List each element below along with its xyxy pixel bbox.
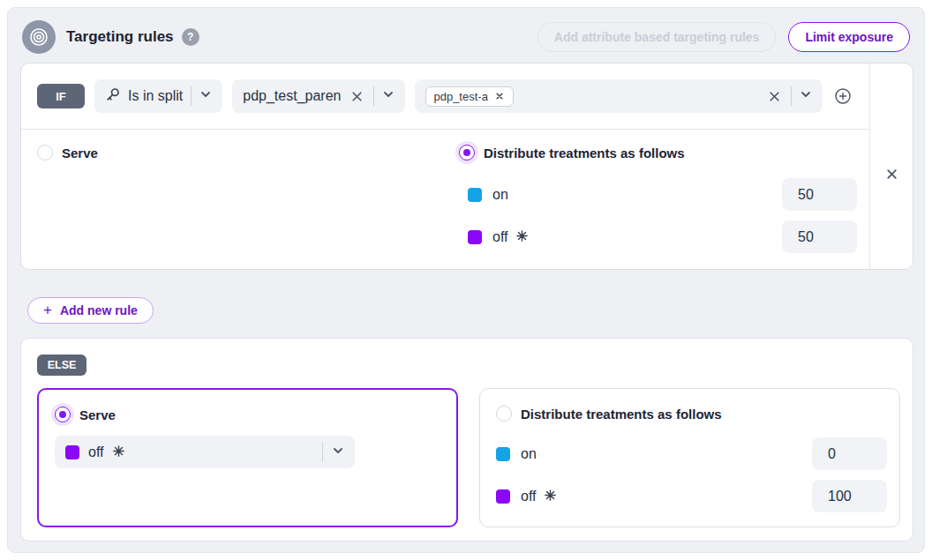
else-rule-card: ELSE Serve off	[20, 338, 913, 541]
chevron-down-icon[interactable]	[382, 88, 395, 104]
plus-icon: +	[43, 302, 52, 319]
else-allocation-row-on: on	[496, 437, 887, 470]
treatment-color-swatch	[65, 445, 79, 459]
treatment-name: off	[492, 229, 508, 245]
distribute-radio[interactable]	[459, 145, 475, 161]
treatment-name: on	[521, 446, 537, 462]
else-distribute-panel[interactable]: Distribute treatments as follows on off	[479, 388, 900, 527]
distribute-label: Distribute treatments as follows	[484, 146, 685, 161]
add-new-rule-label: Add new rule	[60, 303, 138, 317]
chevron-down-icon[interactable]	[199, 88, 212, 104]
else-serve-radio[interactable]	[55, 407, 71, 422]
else-allocation-row-off: off	[496, 480, 887, 512]
divider	[322, 443, 323, 462]
key-icon	[105, 87, 120, 106]
add-attribute-rules-button[interactable]: Add attribute based targeting rules	[537, 22, 777, 52]
else-serve-panel[interactable]: Serve off	[37, 388, 458, 527]
rule-side-column	[869, 63, 913, 269]
rule-condition-row: IF Is in split pdp_test_paren	[21, 63, 869, 130]
treatment-tag-label: pdp_test-a	[433, 90, 487, 103]
chevron-down-icon[interactable]	[800, 88, 812, 104]
serve-radio[interactable]	[37, 145, 53, 161]
help-icon[interactable]: ?	[182, 28, 199, 46]
treatment-color-swatch	[468, 188, 482, 202]
treatments-multiselect[interactable]: pdp_test-a	[415, 79, 823, 113]
else-percent-input-on[interactable]	[812, 437, 887, 470]
default-treatment-asterisk-icon	[545, 489, 556, 504]
else-distribute-option[interactable]: Distribute treatments as follows	[496, 406, 722, 422]
matcher-dropdown[interactable]: Is in split	[94, 79, 222, 113]
split-select-dropdown[interactable]: pdp_test_paren	[232, 79, 405, 113]
else-options-row: Serve off	[37, 388, 900, 527]
serve-label: Serve	[62, 146, 98, 161]
split-select-value: pdp_test_paren	[243, 88, 341, 104]
treatment-color-swatch	[468, 230, 482, 244]
else-percent-input-off[interactable]	[812, 480, 887, 512]
targeting-rules-page: { "header": { "icon": "target-icon", "ti…	[0, 0, 932, 560]
clear-treatments-icon[interactable]	[766, 88, 783, 105]
add-new-rule-button[interactable]: + Add new rule	[27, 297, 154, 324]
limit-exposure-button[interactable]: Limit exposure	[788, 22, 910, 52]
add-condition-icon[interactable]	[832, 86, 853, 107]
allocation-row-off: off	[468, 220, 857, 253]
divider	[373, 86, 374, 106]
treatment-name: on	[492, 187, 508, 203]
if-badge: IF	[37, 84, 85, 108]
divider	[191, 86, 192, 106]
treatment-color-swatch	[496, 489, 510, 504]
percent-input-on[interactable]	[782, 178, 857, 211]
treatment-tag: pdp_test-a	[425, 86, 513, 107]
distribute-option[interactable]: Distribute treatments as follows	[459, 145, 685, 161]
else-serve-label: Serve	[79, 407, 116, 422]
percent-input-off[interactable]	[782, 220, 857, 253]
remove-tag-icon[interactable]	[493, 90, 506, 102]
matcher-value: Is in split	[128, 88, 183, 104]
rule-main: IF Is in split pdp_test_paren	[21, 63, 869, 269]
targeting-rules-panel: Targeting rules ? Add attribute based ta…	[7, 7, 925, 553]
treatment-name: off	[521, 489, 537, 504]
else-serve-treatment-value: off	[88, 444, 104, 460]
panel-header: Targeting rules ? Add attribute based ta…	[22, 19, 910, 56]
page-title: Targeting rules	[66, 28, 174, 46]
serve-option[interactable]: Serve	[37, 145, 98, 161]
clear-split-icon[interactable]	[349, 88, 365, 105]
target-icon	[22, 20, 56, 54]
else-distribute-label: Distribute treatments as follows	[521, 407, 722, 422]
rule-body: Serve Distribute treatments as follows o…	[21, 130, 869, 269]
else-serve-option[interactable]: Serve	[55, 407, 116, 422]
else-badge: ELSE	[37, 355, 86, 376]
allocation-row-on: on	[468, 178, 857, 211]
chevron-down-icon[interactable]	[332, 444, 344, 460]
delete-rule-icon[interactable]	[883, 79, 900, 269]
default-treatment-asterisk-icon	[113, 444, 124, 460]
treatment-color-swatch	[496, 447, 510, 461]
targeting-rule-card: IF Is in split pdp_test_paren	[20, 63, 913, 270]
divider	[791, 86, 792, 106]
default-treatment-asterisk-icon	[516, 229, 528, 245]
else-distribute-radio[interactable]	[496, 406, 512, 422]
else-serve-treatment-dropdown[interactable]: off	[55, 436, 355, 468]
